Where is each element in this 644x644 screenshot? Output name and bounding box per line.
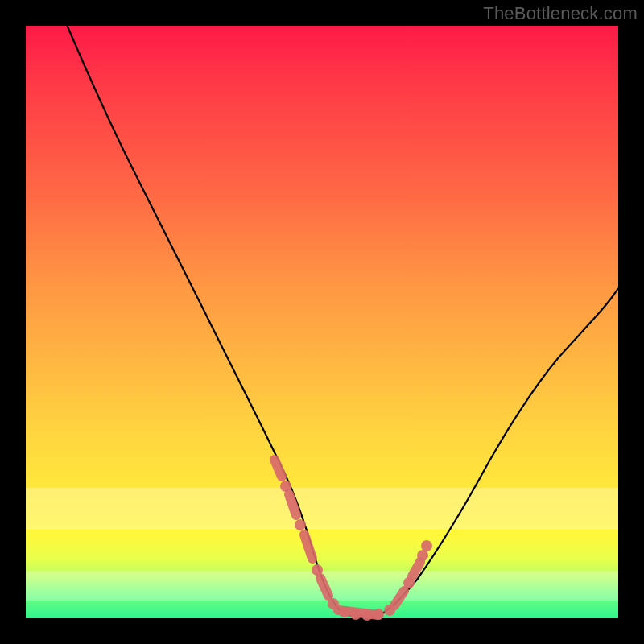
- plot-area: [26, 26, 618, 618]
- marker-dot: [373, 609, 384, 620]
- marker-seg-left-3: [304, 535, 312, 559]
- marker-dot: [361, 609, 373, 621]
- curve-svg: [26, 26, 618, 618]
- marker-cluster: [275, 460, 432, 621]
- marker-seg-left-1: [275, 460, 282, 477]
- chart-frame: TheBottleneck.com: [0, 0, 644, 644]
- bottleneck-curve: [68, 26, 619, 617]
- marker-seg-left-2: [289, 494, 296, 515]
- marker-dot: [417, 550, 428, 561]
- marker-dot: [295, 519, 306, 530]
- marker-seg-left-4: [320, 578, 328, 596]
- marker-seg-right-2: [412, 562, 420, 576]
- marker-dot: [350, 609, 361, 620]
- marker-dot: [421, 540, 432, 551]
- marker-dot: [339, 606, 350, 617]
- marker-seg-right-1: [394, 591, 404, 605]
- watermark-text: TheBottleneck.com: [483, 3, 638, 24]
